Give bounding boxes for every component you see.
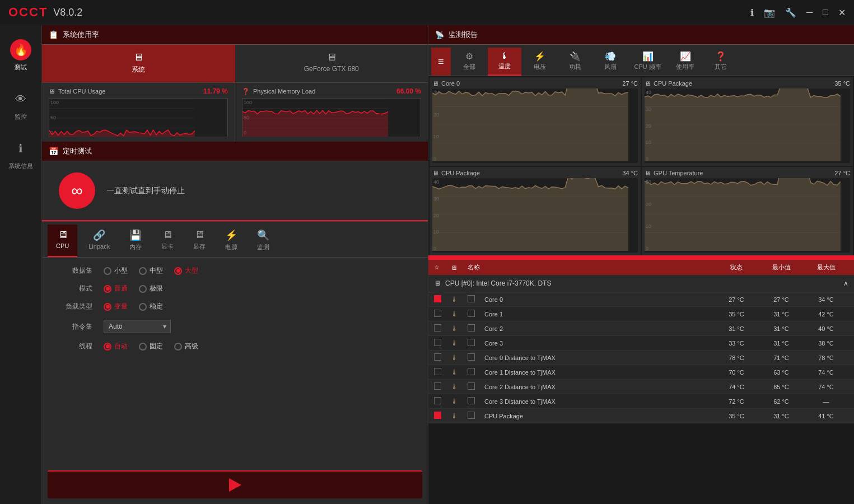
monitor-tab-power[interactable]: 🔌 功耗 — [558, 48, 592, 76]
dataset-large[interactable]: 大型 — [174, 266, 198, 276]
monitor-tab-usage[interactable]: 📈 使用率 — [669, 48, 702, 76]
settings-icon[interactable]: 🔧 — [785, 7, 796, 18]
monitor-menu-tab[interactable]: ≡ — [431, 48, 451, 76]
row-check[interactable] — [434, 412, 441, 419]
mode-extreme[interactable]: 极限 — [139, 284, 163, 293]
row-icon2 — [468, 368, 484, 376]
test-tab-linpack[interactable]: 🔗 Linpack — [80, 225, 118, 257]
row-check[interactable] — [434, 397, 441, 404]
sidebar-item-sysinfo[interactable]: ℹ 系统信息 — [0, 129, 41, 179]
mode-normal-radio — [104, 285, 111, 293]
chart-scrollbar[interactable] — [428, 255, 854, 260]
row-check2[interactable] — [468, 353, 475, 361]
chart-core0-header: 🖥 Core 0 27 °C — [432, 80, 638, 87]
cpu-stat-value: 11.79 % — [203, 87, 228, 95]
test-tab-power[interactable]: ⚡ 电源 — [217, 225, 246, 257]
test-tab-vram[interactable]: 🖥 显存 — [185, 225, 214, 257]
close-button[interactable]: ✕ — [838, 7, 846, 18]
row-check[interactable] — [434, 295, 441, 302]
mode-normal-label: 普通 — [114, 284, 128, 293]
instruction-select-wrap: Auto — [104, 320, 171, 333]
cpu-stat-box: 🖥 Total CPU Usage 11.79 % 100 50 0 — [42, 83, 235, 142]
test-tab-memory[interactable]: 💾 内存 — [121, 225, 150, 257]
instruction-select[interactable]: Auto — [104, 320, 171, 333]
maximize-button[interactable]: □ — [823, 7, 828, 17]
tab-system[interactable]: 🖥 系统 — [42, 45, 235, 82]
info-icon[interactable]: ℹ — [750, 7, 754, 18]
temp-tab-label: 温度 — [498, 62, 511, 71]
row-name: Core 3 Distance to TjMAX — [484, 398, 714, 405]
infinity-button[interactable]: ∞ — [59, 172, 95, 209]
threads-advanced-radio — [174, 343, 182, 351]
chart-cpupackage1-area: 40 30 20 10 0 — [645, 88, 850, 163]
row-check[interactable] — [434, 324, 441, 332]
test-tab-gpu[interactable]: 🖥 显卡 — [153, 225, 182, 257]
row-check[interactable] — [434, 353, 441, 361]
threads-advanced[interactable]: 高级 — [174, 342, 198, 351]
linpack-tab-label: Linpack — [88, 243, 110, 250]
row-check2[interactable] — [468, 368, 475, 375]
sidebar-label-monitor: 监控 — [15, 113, 27, 121]
dataset-row: 数据集 小型 中型 大型 — [53, 266, 417, 276]
chart-cpupackage2-canvas — [432, 178, 628, 251]
test-tab-monitoring[interactable]: 🔍 监测 — [249, 225, 278, 257]
row-check2[interactable] — [468, 295, 475, 302]
load-variable[interactable]: 变量 — [104, 302, 128, 311]
row-check2[interactable] — [468, 412, 475, 419]
cpufreq-tab-icon: 📊 — [642, 51, 654, 62]
start-button[interactable] — [48, 470, 422, 498]
monitor-tab-fan[interactable]: 💨 风扇 — [594, 48, 627, 76]
dataset-medium[interactable]: 中型 — [139, 266, 163, 276]
sidebar-item-monitor[interactable]: 👁 监控 — [0, 80, 41, 129]
load-stable[interactable]: 稳定 — [139, 302, 163, 311]
row-fav[interactable] — [434, 295, 451, 304]
tab-gpu[interactable]: 🖥 GeForce GTX 680 — [235, 45, 428, 82]
vram-tab-icon: 🖥 — [194, 229, 204, 241]
row-check[interactable] — [434, 310, 441, 317]
row-name: Core 3 — [484, 340, 714, 347]
monitor-tab-cpufreq[interactable]: 📊 CPU 频率 — [629, 48, 667, 76]
row-check2[interactable] — [468, 397, 475, 404]
camera-icon[interactable]: 📷 — [764, 7, 775, 18]
row-check2[interactable] — [468, 339, 475, 346]
row-check2[interactable] — [468, 382, 475, 390]
row-fav[interactable] — [434, 324, 451, 333]
monitor-tab-other[interactable]: ❓ 其它 — [704, 48, 738, 76]
sidebar-item-test[interactable]: 🔥 测试 — [0, 31, 41, 80]
monitor-tab-temp[interactable]: 🌡 温度 — [488, 48, 521, 76]
chart-gputemp-temp: 27 °C — [834, 170, 850, 176]
mode-row: 模式 普通 极限 — [53, 284, 417, 293]
row-check2[interactable] — [468, 310, 475, 317]
minimize-button[interactable]: ─ — [806, 7, 813, 17]
load-type-radio-group: 变量 稳定 — [104, 302, 163, 311]
dataset-small[interactable]: 小型 — [104, 266, 128, 276]
row-check[interactable] — [434, 382, 441, 390]
chart-core0-y-labels: 30 20 10 0 — [433, 88, 439, 163]
monitor-tab-voltage[interactable]: ⚡ 电压 — [523, 48, 557, 76]
mode-normal[interactable]: 普通 — [104, 284, 128, 293]
row-min: 31 °C — [759, 413, 804, 419]
row-max: 74 °C — [804, 369, 848, 376]
row-fav[interactable] — [434, 412, 451, 420]
row-fav[interactable] — [434, 397, 451, 405]
group-collapse-icon[interactable]: ∧ — [843, 279, 848, 287]
row-fav[interactable] — [434, 310, 451, 318]
chart-cpupackage2-y-labels: 40 30 20 10 0 — [433, 178, 439, 253]
threads-auto[interactable]: 自动 — [104, 342, 128, 351]
monitor-tab-all[interactable]: ⚙ 全部 — [452, 48, 486, 76]
row-fav[interactable] — [434, 368, 451, 376]
row-min: 62 °C — [759, 398, 804, 405]
threads-fixed[interactable]: 固定 — [139, 342, 163, 351]
row-check2[interactable] — [468, 324, 475, 332]
chart-cpupackage1-y-labels: 40 30 20 10 0 — [646, 88, 651, 163]
test-tab-cpu[interactable]: 🖥 CPU — [48, 225, 77, 257]
chart-gputemp: 🖥 GPU Temperature 27 °C 30 20 10 0 — [642, 167, 853, 255]
row-min: 71 °C — [759, 354, 804, 361]
table-row: 🌡 Core 2 31 °C 31 °C 40 °C — [428, 321, 854, 336]
row-fav[interactable] — [434, 339, 451, 347]
row-fav[interactable] — [434, 382, 451, 391]
table-group-header: 🖥 CPU [#0]: Intel Core i7-3770K: DTS ∧ — [428, 275, 854, 292]
row-fav[interactable] — [434, 353, 451, 362]
row-check[interactable] — [434, 339, 441, 346]
row-check[interactable] — [434, 368, 441, 375]
